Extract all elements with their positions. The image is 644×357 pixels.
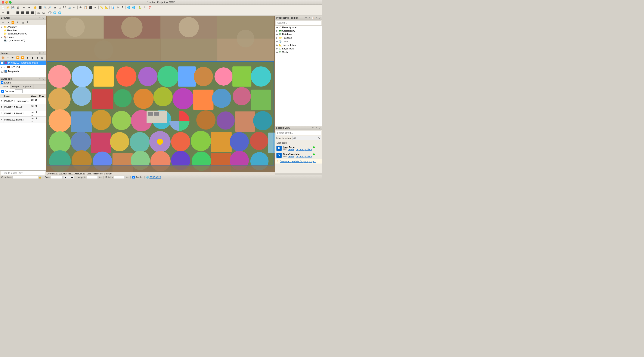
- new-project-button[interactable]: 📄: [1, 5, 5, 10]
- search-qms-close-btn[interactable]: ✕: [315, 126, 318, 129]
- browser-filter-btn[interactable]: 🔽: [10, 20, 15, 25]
- scale-select[interactable]: ▼: [63, 176, 74, 179]
- edit-toolbar-btn1[interactable]: ⬛: [16, 11, 20, 15]
- tab-graph[interactable]: Graph: [10, 85, 21, 89]
- value-tool-float-btn[interactable]: ⬡: [42, 77, 45, 80]
- proc-item-file-tools[interactable]: ▶ 📁 File tools: [275, 36, 322, 40]
- search-qms-float-btn[interactable]: ⬡: [318, 126, 321, 129]
- browser-item-volumes[interactable]: ▶ 📁 /Volumes: [0, 25, 46, 29]
- browser-collapse-btn[interactable]: ⬆: [16, 20, 20, 25]
- filter-select[interactable]: All: [292, 136, 321, 140]
- label-tool[interactable]: Aa: [36, 11, 41, 15]
- proc-item-database[interactable]: ▶ 🗄 Database: [275, 33, 322, 36]
- digitize-button[interactable]: ✏: [1, 11, 5, 15]
- enable-checkbox[interactable]: [1, 81, 4, 84]
- edit-toolbar-btn2[interactable]: ⬛: [20, 11, 25, 15]
- qms-item-osm[interactable]: 🗺 OpenStreetMap TMS details , report a p…: [275, 152, 322, 159]
- zoom-full-button[interactable]: ⊞: [52, 5, 57, 10]
- magnifier-input[interactable]: 100%: [87, 176, 98, 179]
- rotation-arrows[interactable]: ⬆⬇: [125, 176, 129, 179]
- layers-group-btn[interactable]: ⊞: [40, 56, 45, 60]
- layers-filter-btn[interactable]: 🔽: [16, 56, 20, 60]
- processing-results-btn[interactable]: 📋: [311, 16, 314, 19]
- processing-close-btn[interactable]: ✕: [315, 16, 318, 19]
- web-btn2[interactable]: 🌐: [57, 11, 62, 15]
- measure-area-button[interactable]: 📐: [104, 5, 109, 10]
- browser-item-mac[interactable]: 💻 / (Macintosh HD): [0, 39, 46, 42]
- browser-item-favorites[interactable]: ⭐ Favorites: [0, 29, 46, 32]
- maximize-button[interactable]: [9, 1, 12, 4]
- edit-toolbar-btn4[interactable]: ⬛: [30, 11, 35, 15]
- browser-refresh-btn[interactable]: ⟳: [6, 20, 10, 25]
- pan-tool[interactable]: ✋: [33, 5, 38, 10]
- osm-report-link[interactable]: report a problem: [296, 155, 312, 158]
- bing-details-link[interactable]: details: [288, 148, 294, 151]
- map-tips-button[interactable]: 💬: [48, 11, 52, 15]
- measure-button[interactable]: 📏: [99, 5, 104, 10]
- deselect-button[interactable]: ✂: [93, 5, 98, 10]
- download-geodata-link[interactable]: Download geodata for your project: [280, 160, 316, 163]
- decimals-input[interactable]: 2: [15, 90, 23, 93]
- zoom-in-button[interactable]: 🔍: [42, 5, 47, 10]
- layer-bing-checkbox[interactable]: ✓: [1, 70, 4, 73]
- tile-scale-button[interactable]: 🌐: [131, 5, 136, 10]
- osm-details-link[interactable]: details: [288, 155, 294, 158]
- undo-button[interactable]: ↩: [22, 5, 26, 10]
- proc-item-mesh[interactable]: ▶ ⬡ Mesh: [275, 50, 322, 54]
- layers-up-btn[interactable]: ⬆: [30, 56, 35, 60]
- zoom-selection-button[interactable]: ⬚: [57, 5, 62, 10]
- edit-toolbar-btn3[interactable]: ⬛: [25, 11, 30, 15]
- tab-options[interactable]: Options: [21, 85, 34, 89]
- crs-button[interactable]: 🌐: [126, 5, 131, 10]
- zoom-out-button[interactable]: 🔎: [48, 5, 52, 10]
- minimize-button[interactable]: [5, 1, 8, 4]
- processing-history-btn[interactable]: ⏱: [308, 16, 311, 19]
- browser-add-btn[interactable]: +: [1, 20, 5, 25]
- tab-table[interactable]: Table: [0, 85, 10, 89]
- web-button[interactable]: 🌐: [52, 11, 57, 15]
- node-tool[interactable]: ⬛: [6, 11, 10, 15]
- zoom-native-button[interactable]: 🔬: [67, 5, 72, 10]
- proc-item-cartography[interactable]: ▶ 🗺 Cartography: [275, 29, 322, 33]
- attribute-table-button[interactable]: 📊: [110, 5, 115, 10]
- epsg-label[interactable]: EPSG:4326: [150, 176, 161, 179]
- statistical-summary-button[interactable]: Σ: [120, 5, 125, 10]
- layer-item-inyhz2le[interactable]: ▶ ✓ INYHZ2LE: [0, 65, 46, 69]
- proc-item-gps[interactable]: ▶ 📡 GPS: [275, 40, 322, 43]
- zoom-layer-button[interactable]: 1:1: [62, 5, 67, 10]
- locate-input[interactable]: [1, 171, 45, 175]
- refresh-button[interactable]: ⟳: [72, 5, 77, 10]
- select-button[interactable]: 📋: [83, 5, 88, 10]
- add-feature-button[interactable]: +: [10, 11, 15, 15]
- layers-float-btn[interactable]: ⬡: [42, 52, 45, 55]
- search-qms-settings-btn[interactable]: ⚙: [311, 126, 314, 129]
- processing-float-btn[interactable]: ⬡: [318, 16, 321, 19]
- map-area[interactable]: Coordinate:-101.78083317119565,36.137197…: [46, 16, 275, 175]
- layer-inyhz2le-checkbox[interactable]: ✓: [4, 66, 6, 68]
- layers-expand-btn[interactable]: ⬇: [25, 56, 30, 60]
- layers-style-btn[interactable]: 🎨: [1, 56, 5, 60]
- close-button[interactable]: [2, 1, 4, 4]
- layer-mask-checkbox[interactable]: ✓: [1, 62, 4, 64]
- proc-item-recently-used[interactable]: ▶ ⏱ Recently used: [275, 26, 322, 29]
- decimals-checkbox[interactable]: [1, 90, 4, 93]
- layer-item-mask[interactable]: ✓ INYHZ2LE_automatic_mask: [0, 61, 46, 65]
- layers-remove-btn[interactable]: 👁: [10, 56, 15, 60]
- layers-down-btn[interactable]: ⬇: [35, 56, 40, 60]
- browser-close-btn[interactable]: ✕: [38, 16, 42, 19]
- bing-report-link[interactable]: report a problem: [296, 148, 312, 151]
- layers-close-btn[interactable]: ✕: [38, 52, 42, 55]
- layer-item-bing[interactable]: ✓ Bing Aerial: [0, 69, 46, 73]
- redo-button[interactable]: ↪: [26, 5, 31, 10]
- open-project-button[interactable]: 📂: [6, 5, 10, 10]
- layer-properties-button[interactable]: ⚙: [115, 5, 120, 10]
- help-button[interactable]: ❓: [147, 5, 152, 10]
- browser-properties-btn[interactable]: ℹ: [25, 20, 30, 25]
- browser-item-home[interactable]: ▶ 🏠 Home: [0, 35, 46, 39]
- browser-item-spatial[interactable]: 📁 Spatial Bookmarks: [0, 32, 46, 35]
- browser-toggle-btn[interactable]: ▤: [20, 20, 25, 25]
- identify-button[interactable]: 🗺: [78, 5, 83, 10]
- layers-filter-layer-btn[interactable]: 🔽: [20, 56, 25, 60]
- select-rect-button[interactable]: ⬛: [88, 5, 93, 10]
- magnifier-arrows[interactable]: ⬆⬇: [98, 176, 102, 179]
